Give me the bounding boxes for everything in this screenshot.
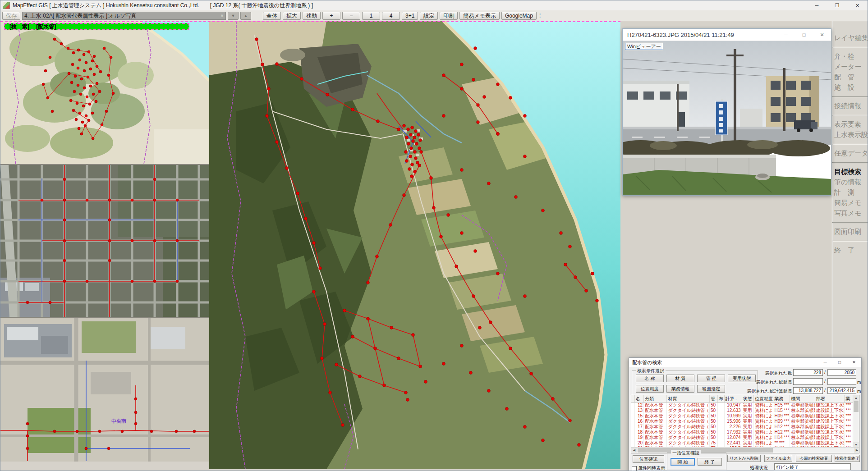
table-row[interactable]: 15配水本管ダクタイル鋳鉄管（ DIP ）5010.999実用資料によるH09 … bbox=[631, 413, 853, 419]
main-map[interactable] bbox=[209, 21, 620, 469]
table-row[interactable]: 12配水本管ダクタイル鋳鉄管（ DIP ）5010.947実用資料によるH15 … bbox=[631, 402, 853, 408]
sidebar-separator bbox=[832, 222, 868, 223]
condition-accuracy-button[interactable]: 位置精度 bbox=[636, 385, 664, 393]
table-row[interactable]: 13配水本管ダクタイル鋳鉄管（ DIP ）5012.633実用資料によるH15 … bbox=[631, 408, 853, 413]
dialog-titlebar[interactable]: 配水管の検索 ─ □ ✕ bbox=[629, 358, 861, 367]
scroll-left-icon[interactable]: ◀ bbox=[631, 448, 637, 453]
sidebar-item-connection-info[interactable]: 接続情報 bbox=[832, 101, 868, 111]
photo-close-icon[interactable]: ✕ bbox=[813, 29, 831, 41]
sidebar-item-drawing-print[interactable]: 図面印刷 bbox=[832, 227, 868, 237]
sidebar-item-display-elements[interactable]: 表示要素 bbox=[832, 119, 868, 130]
photo-maximize-icon[interactable]: □ bbox=[795, 29, 813, 41]
column-header[interactable]: 分類 bbox=[644, 395, 667, 402]
selected-length-label: 選択された総延長 bbox=[742, 379, 792, 385]
layer-down-button[interactable]: ▼ bbox=[228, 12, 239, 20]
table-row[interactable]: 17配水本管ダクタイル鋳鉄管（ DIP ）502.226実用資料によるH12 *… bbox=[631, 424, 853, 430]
selected-count-value: 228 bbox=[793, 369, 823, 376]
toolbar-button-idou[interactable]: 移動 bbox=[303, 12, 321, 20]
sidebar-item-facility[interactable]: 施 設 bbox=[832, 82, 868, 93]
column-header[interactable]: 管.. bbox=[709, 395, 717, 402]
attr-sync-checkbox-row[interactable]: 属性同時表示 bbox=[632, 465, 665, 471]
attr-sync-checkbox[interactable] bbox=[632, 466, 637, 471]
condition-material-button[interactable]: 材 質 bbox=[666, 375, 694, 382]
sidebar-item-layer-edit[interactable]: レイヤ編集 bbox=[832, 33, 868, 43]
dialog-minimize-icon[interactable]: ─ bbox=[818, 358, 832, 367]
position-check-button[interactable]: 位置確認 bbox=[633, 455, 664, 463]
vertical-scroll-thumb[interactable] bbox=[854, 401, 859, 412]
condition-range-button[interactable]: 範囲指定 bbox=[697, 385, 725, 393]
sidebar-item-measure[interactable]: 計 測 bbox=[832, 187, 868, 198]
toolbar-button-minus[interactable]: − bbox=[342, 12, 360, 20]
layer-up-button[interactable]: ▲ bbox=[240, 12, 251, 20]
sidebar-item-water-display-settings[interactable]: 上水表示設定 bbox=[832, 130, 868, 140]
dialog-close-icon[interactable]: ✕ bbox=[847, 358, 861, 367]
toolbar-button-plus[interactable]: + bbox=[322, 12, 340, 20]
toolbar-button-zentai[interactable]: 全体 bbox=[263, 12, 281, 20]
sidebar-item-photo-memo[interactable]: 写真メモ bbox=[832, 208, 868, 219]
scroll-right-icon[interactable]: ▶ bbox=[854, 448, 859, 453]
sidebar-item-valve[interactable]: 弁・栓 bbox=[832, 51, 868, 62]
table-row[interactable]: 18配水本管ダクタイル鋳鉄管（ DIP ）5017.932実用資料によるH12 … bbox=[631, 430, 853, 435]
column-header[interactable]: 機関 bbox=[790, 395, 815, 402]
toolbar-grip[interactable]: ⁞ bbox=[539, 13, 541, 19]
file-output-button[interactable]: ファイル出力 bbox=[764, 455, 792, 462]
toolbar-button-googlemap[interactable]: GoogleMap bbox=[501, 12, 537, 20]
toolbar-button-settei[interactable]: 設定 bbox=[420, 12, 438, 20]
condition-business-button[interactable]: 業務情報 bbox=[666, 385, 694, 393]
sidebar-item-parcel-info[interactable]: 筆の情報 bbox=[832, 177, 868, 187]
minimize-icon[interactable]: ─ bbox=[807, 0, 827, 10]
column-header[interactable]: 状態 bbox=[742, 395, 754, 402]
column-header[interactable]: 部署 bbox=[815, 395, 845, 402]
title-bar[interactable]: MapEffect GIS [ 上水道管理システム ] Hokushin Ken… bbox=[0, 0, 868, 11]
save-button[interactable]: 保存 bbox=[2, 12, 20, 20]
column-header[interactable]: 布.. bbox=[718, 395, 724, 402]
delete-from-list-button[interactable]: リストから削除 bbox=[727, 455, 761, 462]
column-header[interactable] bbox=[631, 395, 634, 402]
overview-map-facility[interactable] bbox=[0, 318, 209, 462]
horizontal-scroll-thumb[interactable] bbox=[638, 448, 773, 453]
column-header[interactable]: 業.. bbox=[845, 395, 853, 402]
column-header[interactable]: 名 bbox=[634, 395, 644, 402]
overview-map-topo[interactable] bbox=[0, 21, 209, 165]
sidebar-item-exit[interactable]: 終 了 bbox=[832, 245, 868, 256]
close-icon[interactable]: ✕ bbox=[847, 0, 868, 10]
photo-viewer-window[interactable]: H270421-6323.JPG 2015/04/21 11:21:49 ─ □… bbox=[622, 28, 831, 196]
condition-diameter-button[interactable]: 管 径 bbox=[697, 375, 725, 382]
column-header[interactable]: 位置精度 bbox=[754, 395, 773, 402]
photo-minimize-icon[interactable]: ─ bbox=[777, 29, 795, 41]
start-button[interactable]: 開 始 bbox=[671, 458, 695, 466]
column-header[interactable]: 計算.. bbox=[724, 395, 742, 402]
scroll-up-icon[interactable]: ▲ bbox=[853, 395, 859, 401]
toolbar-button-4[interactable]: 4 bbox=[382, 12, 400, 20]
sidebar-item-simple-memo[interactable]: 簡易メモ bbox=[832, 198, 868, 208]
vertical-scrollbar[interactable]: ▲ ▼ bbox=[853, 395, 859, 448]
photo-viewer-titlebar[interactable]: H270421-6323.JPG 2015/04/21 11:21:49 ─ □… bbox=[623, 29, 831, 41]
dialog-maximize-icon[interactable]: □ bbox=[832, 358, 847, 367]
sidebar-item-arbitrary-data[interactable]: 任意データ bbox=[832, 148, 868, 159]
status-field[interactable]: 打ピン終了 bbox=[774, 463, 851, 470]
results-table-container[interactable]: 名分類材質管..布..計算..状態位置精度業務機関部署業.. 12配水本管ダクタ… bbox=[631, 395, 859, 453]
column-header[interactable]: 材質 bbox=[667, 395, 709, 402]
restore-icon[interactable]: ❐ bbox=[827, 0, 847, 10]
finish-search-button[interactable]: 検索作業終了 bbox=[835, 455, 860, 462]
condition-name-button[interactable]: 名 称 bbox=[636, 375, 664, 382]
discard-search-button[interactable]: 今回の検索破棄 bbox=[796, 455, 832, 462]
end-button[interactable]: 終 了 bbox=[698, 458, 722, 466]
table-row[interactable]: 16配水本管ダクタイル鋳鉄管（ DIP ）5015.906実用資料によるH09 … bbox=[631, 419, 853, 424]
toolbar-button-3plus1[interactable]: 3+1 bbox=[402, 12, 418, 20]
sidebar-item-pipe[interactable]: 配 管 bbox=[832, 72, 868, 82]
layer-select[interactable]: 4. 上水-02A[ 配水管代表属性表示 ]:オルソ写真 ∨ bbox=[22, 12, 226, 20]
win-viewer-button[interactable]: Winビューアー bbox=[625, 43, 663, 50]
pipe-search-dialog[interactable]: 配水管の検索 ─ □ ✕ 検索条件選択 名 称 材 質 管 径 実用状態 位置精… bbox=[629, 357, 862, 471]
column-header[interactable]: 業務 bbox=[773, 395, 790, 402]
table-row[interactable]: 20配水本管ダクタイル鋳鉄管（ DIP ）7522.441実用資料による** *… bbox=[631, 440, 853, 446]
toolbar-button-kakudai[interactable]: 拡大 bbox=[283, 12, 301, 20]
sidebar-item-target-search[interactable]: 目標検索 bbox=[832, 167, 868, 177]
toolbar-button-insatsu[interactable]: 印刷 bbox=[440, 12, 458, 20]
toolbar-button-1[interactable]: 1 bbox=[362, 12, 380, 20]
table-row[interactable]: 19配水本管ダクタイル鋳鉄管（ DIP ）5012.074実用資料によるH14 … bbox=[631, 435, 853, 440]
sidebar-item-meter[interactable]: メーター bbox=[832, 62, 868, 72]
toolbar-button-memo[interactable]: 簡易メモ表示 bbox=[459, 12, 500, 20]
overview-map-urban-grid[interactable] bbox=[0, 165, 209, 318]
horizontal-scrollbar[interactable]: ◀ ▶ bbox=[631, 447, 859, 453]
